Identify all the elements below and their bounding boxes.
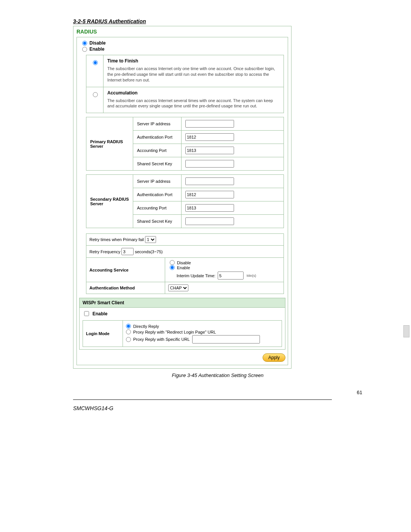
- login-proxy-redirect-label: Proxy Reply with "Redirect Login Page" U…: [133, 330, 216, 334]
- acct-disable-label: Disable: [177, 260, 191, 265]
- interim-unit: Min(s): [247, 274, 256, 278]
- auth-method-label: Authentication Method: [86, 282, 165, 294]
- secondary-server-table: Secondary RADIUS Server Server IP addres…: [86, 174, 284, 228]
- login-specific-url-input[interactable]: [192, 335, 260, 343]
- accumulation-desc: The subscriber can access Internet sever…: [107, 98, 280, 109]
- radius-panel: RADIUS Disable Enable Time to Finish The…: [73, 26, 292, 369]
- retry-times-select[interactable]: 1: [145, 236, 156, 243]
- page-number: 61: [357, 390, 362, 395]
- login-mode-table: Login Mode Directly Reply Proxy Reply wi…: [83, 320, 282, 347]
- panel-body: Disable Enable Time to Finish The subscr…: [76, 37, 288, 365]
- radius-enable-radio[interactable]: [82, 47, 87, 52]
- login-directly-label: Directly Reply: [133, 324, 159, 329]
- retry-freq-label: Retry Frequency: [89, 249, 120, 254]
- radius-disable-radio[interactable]: [82, 41, 87, 46]
- apply-button[interactable]: Apply: [263, 353, 285, 362]
- radius-enable-label: Enable: [89, 46, 104, 52]
- wispr-header: WISPr Smart Client: [79, 298, 285, 307]
- acct-disable-radio[interactable]: [170, 260, 175, 265]
- auth-method-select[interactable]: CHAP: [168, 284, 188, 291]
- retry-times-label: Retry times when Primary fail: [89, 237, 144, 242]
- login-mode-label: Login Mode: [83, 321, 123, 347]
- divider: [73, 399, 332, 400]
- login-proxy-specific-radio[interactable]: [126, 337, 131, 342]
- wispr-enable-label: Enable: [92, 311, 107, 316]
- accounting-service-label: Accounting Service: [86, 258, 165, 282]
- time-to-finish-radio[interactable]: [93, 60, 98, 65]
- primary-acct-port-label: Accounting Port: [133, 144, 182, 157]
- primary-title: Primary RADIUS Server: [86, 117, 133, 171]
- primary-auth-port-input[interactable]: [185, 133, 234, 141]
- login-directly-radio[interactable]: [126, 324, 131, 329]
- acct-enable-radio[interactable]: [170, 265, 175, 270]
- secondary-acct-port-label: Accounting Port: [133, 201, 182, 215]
- options-table: Retry times when Primary fail 1 Retry Fr…: [86, 233, 284, 294]
- secondary-shared-key-label: Shared Secret Key: [133, 215, 182, 228]
- panel-title: RADIUS: [73, 26, 291, 37]
- interim-input[interactable]: [218, 272, 244, 280]
- accumulation-radio[interactable]: [93, 92, 98, 97]
- secondary-auth-port-label: Authentication Port: [133, 188, 182, 201]
- login-proxy-redirect-radio[interactable]: [126, 329, 131, 334]
- primary-shared-key-label: Shared Secret Key: [133, 157, 182, 171]
- login-proxy-specific-label: Proxy Reply with Specific URL: [133, 337, 190, 342]
- secondary-ip-input[interactable]: [185, 177, 234, 185]
- secondary-title: Secondary RADIUS Server: [86, 175, 133, 228]
- wispr-body: Enable Login Mode Directly Reply Pr: [79, 307, 285, 350]
- retry-freq-input[interactable]: [121, 248, 134, 255]
- figure-caption: Figure 3-45 Authentication Setting Scree…: [73, 372, 362, 378]
- acct-enable-label: Enable: [177, 265, 190, 270]
- usage-mode-table: Time to Finish The subscriber can access…: [86, 55, 284, 113]
- primary-auth-port-label: Authentication Port: [133, 131, 182, 144]
- secondary-ip-label: Server IP address: [133, 175, 182, 188]
- time-to-finish-title: Time to Finish: [107, 58, 280, 64]
- accumulation-title: Accumulation: [107, 90, 280, 96]
- wispr-enable-checkbox[interactable]: [84, 311, 89, 316]
- footer-model: SMCWHSG14-G: [73, 405, 411, 411]
- section-heading: 3-2-5 RADIUS Authentication: [73, 18, 411, 24]
- secondary-auth-port-input[interactable]: [185, 191, 234, 198]
- secondary-acct-port-input[interactable]: [185, 204, 234, 212]
- primary-server-table: Primary RADIUS Server Server IP address …: [86, 117, 284, 171]
- primary-ip-label: Server IP address: [133, 117, 182, 131]
- primary-acct-port-input[interactable]: [185, 147, 234, 154]
- time-to-finish-desc: The subscriber can access Internet only …: [107, 66, 280, 83]
- primary-shared-key-input[interactable]: [185, 160, 234, 168]
- primary-ip-input[interactable]: [185, 120, 234, 128]
- radius-disable-label: Disable: [89, 40, 106, 46]
- secondary-shared-key-input[interactable]: [185, 217, 234, 225]
- retry-freq-unit: seconds(3~75): [135, 249, 162, 254]
- interim-label: Interim Update Time:: [177, 273, 215, 278]
- scrollbar-thumb[interactable]: [403, 325, 409, 337]
